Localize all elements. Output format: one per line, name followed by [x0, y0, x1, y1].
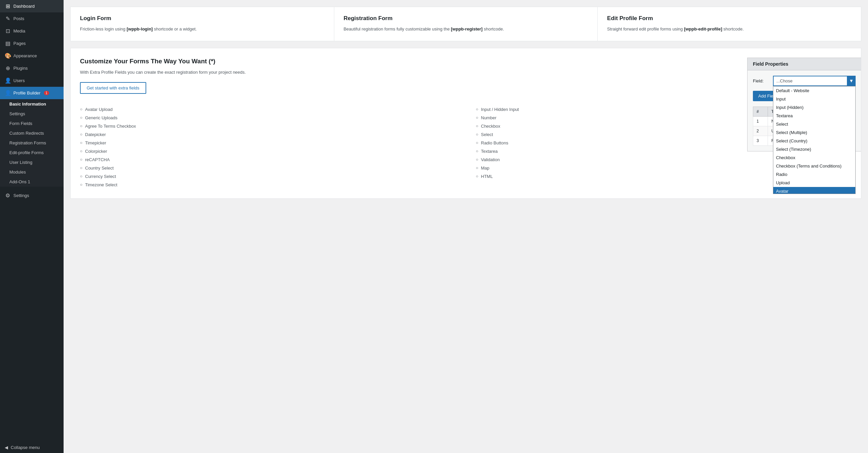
- sidebar-item-dashboard[interactable]: ⊞ Dashboard: [0, 0, 64, 12]
- edit-profile-form-title: Edit Profile Form: [607, 15, 851, 22]
- customize-section: Customize Your Forms The Way You Want (*…: [70, 48, 861, 199]
- collapse-menu[interactable]: ◀ Collapse menu: [0, 438, 64, 453]
- registration-form-desc: Beautiful registration forms fully custo…: [344, 26, 588, 33]
- sidebar-item-appearance[interactable]: 🎨 Appearance: [0, 50, 64, 62]
- submenu-item-basic-information[interactable]: Basic Information: [0, 99, 64, 109]
- list-item: reCAPTCHA: [80, 155, 456, 164]
- submenu-item-form-fields[interactable]: Form Fields: [0, 119, 64, 128]
- sidebar-item-label: Pages: [13, 41, 26, 46]
- users-icon: 👤: [5, 77, 11, 84]
- dropdown-item-upload[interactable]: Upload: [773, 178, 855, 187]
- sidebar-item-label: Users: [13, 78, 25, 83]
- field-select-display[interactable]: ...Chose ▼: [773, 76, 856, 86]
- dropdown-item-select-multiple[interactable]: Select (Multiple): [773, 128, 855, 137]
- customize-description: With Extra Profile Fields you can create…: [80, 69, 334, 76]
- dashboard-icon: ⊞: [5, 3, 11, 9]
- submenu-item-modules[interactable]: Modules: [0, 167, 64, 177]
- submenu-item-edit-profile-forms[interactable]: Edit-profile Forms: [0, 148, 64, 158]
- field-label: Field:: [753, 78, 770, 83]
- list-item: Timezone Select: [80, 180, 456, 189]
- sidebar-item-pages[interactable]: ▤ Pages: [0, 37, 64, 50]
- registration-form-card: Registration Form Beautiful registration…: [334, 7, 598, 41]
- dropdown-item-checkbox[interactable]: Checkbox: [773, 153, 855, 162]
- sidebar-item-label: Appearance: [13, 53, 37, 58]
- login-form-title: Login Form: [80, 15, 324, 22]
- submenu-item-registration-forms[interactable]: Registration Forms: [0, 138, 64, 148]
- edit-profile-form-desc: Straight forward edit profile forms usin…: [607, 26, 851, 33]
- profile-builder-badge: 1: [44, 91, 49, 95]
- forms-intro-section: Login Form Friction-less login using [wp…: [70, 7, 861, 41]
- feature-list-left: Avatar Upload Generic Uploads Agree To T…: [80, 105, 456, 189]
- list-item: Timepicker: [80, 139, 456, 147]
- main-content: Login Form Friction-less login using [wp…: [64, 0, 868, 453]
- sidebar-item-settings-global[interactable]: ⚙ Settings: [0, 189, 64, 202]
- field-properties-header: Field Properties: [747, 58, 861, 70]
- dropdown-item-avatar[interactable]: Avatar: [773, 187, 855, 194]
- sidebar-item-users[interactable]: 👤 Users: [0, 75, 64, 87]
- sidebar-item-plugins[interactable]: ⊕ Plugins: [0, 62, 64, 75]
- list-item: Currency Select: [80, 172, 456, 180]
- settings-icon: ⚙: [5, 192, 11, 199]
- profile-builder-submenu: Basic Information Settings Form Fields C…: [0, 99, 64, 187]
- dropdown-item-select-timezone[interactable]: Select (Timezone): [773, 145, 855, 153]
- submenu-item-add-ons[interactable]: Add-Ons 1: [0, 177, 64, 187]
- dropdown-item-checkbox-terms[interactable]: Checkbox (Terms and Conditions): [773, 162, 855, 170]
- dropdown-item-select[interactable]: Select: [773, 120, 855, 128]
- registration-form-title: Registration Form: [344, 15, 588, 22]
- edit-profile-form-card: Edit Profile Form Straight forward edit …: [598, 7, 861, 41]
- list-item: Datepicker: [80, 130, 456, 139]
- table-col-num: #: [753, 107, 768, 116]
- sidebar-item-label: Posts: [13, 16, 24, 21]
- collapse-label: Collapse menu: [11, 445, 40, 450]
- dropdown-item-select-country[interactable]: Select (Country): [773, 137, 855, 145]
- plugins-icon: ⊕: [5, 65, 11, 72]
- table-cell-num: 1: [753, 116, 768, 126]
- dropdown-item-radio[interactable]: Radio: [773, 170, 855, 178]
- submenu-item-user-listing[interactable]: User Listing: [0, 158, 64, 167]
- get-started-button[interactable]: Get started with extra fields: [80, 82, 146, 94]
- customize-heading: Customize Your Forms The Way You Want (*…: [80, 58, 851, 65]
- field-select-wrapper: ...Chose ▼ Default - Website Input Input…: [773, 76, 856, 86]
- media-icon: ⊡: [5, 28, 11, 34]
- list-item: Country Select: [80, 164, 456, 172]
- sidebar-item-label: Media: [13, 28, 25, 33]
- sidebar-item-label: Dashboard: [13, 4, 35, 9]
- sidebar-item-label: Plugins: [13, 66, 28, 71]
- field-dropdown-list: Default - Website Input Input (Hidden) T…: [773, 86, 856, 194]
- profile-builder-icon: 👤: [5, 90, 11, 96]
- chevron-down-icon: ▼: [847, 76, 856, 86]
- dropdown-item-default-website[interactable]: Default - Website: [773, 86, 855, 95]
- table-cell-num: 3: [753, 136, 768, 145]
- collapse-icon: ◀: [5, 445, 8, 450]
- list-item: Agree To Terms Checkbox: [80, 122, 456, 130]
- submenu-item-custom-redirects[interactable]: Custom Redirects: [0, 128, 64, 138]
- sidebar-item-label: Profile Builder: [13, 90, 40, 95]
- feature-col-left: Avatar Upload Generic Uploads Agree To T…: [80, 105, 456, 189]
- dropdown-item-textarea[interactable]: Textarea: [773, 112, 855, 120]
- dropdown-item-input-hidden[interactable]: Input (Hidden): [773, 103, 855, 112]
- list-item: Generic Uploads: [80, 114, 456, 122]
- field-row: Field: ...Chose ▼ Default - Website Inpu…: [753, 76, 856, 86]
- list-item: Colorpicker: [80, 147, 456, 155]
- login-form-desc: Friction-less login using [wppb-login] s…: [80, 26, 324, 33]
- login-form-card: Login Form Friction-less login using [wp…: [71, 7, 334, 41]
- table-cell-num: 2: [753, 126, 768, 136]
- field-properties-panel: Field Properties Field: ...Chose ▼ Defau…: [747, 58, 861, 151]
- sidebar-item-profile-builder[interactable]: 👤 Profile Builder 1: [0, 87, 64, 99]
- sidebar-item-media[interactable]: ⊡ Media: [0, 25, 64, 37]
- sidebar: ⊞ Dashboard ✎ Posts ⊡ Media ▤ Pages 🎨 Ap…: [0, 0, 64, 453]
- field-select-value: ...Chose: [776, 78, 793, 83]
- pages-icon: ▤: [5, 40, 11, 47]
- sidebar-item-label: Settings: [13, 193, 29, 198]
- add-ons-badge: 1: [28, 179, 30, 184]
- list-item: Avatar Upload: [80, 105, 456, 114]
- posts-icon: ✎: [5, 16, 11, 22]
- submenu-item-settings[interactable]: Settings: [0, 109, 64, 119]
- appearance-icon: 🎨: [5, 53, 11, 59]
- sidebar-item-posts[interactable]: ✎ Posts: [0, 12, 64, 25]
- field-properties-body: Field: ...Chose ▼ Default - Website Inpu…: [747, 70, 861, 151]
- dropdown-list-inner: Default - Website Input Input (Hidden) T…: [773, 86, 855, 194]
- dropdown-item-input[interactable]: Input: [773, 95, 855, 103]
- feature-columns: Avatar Upload Generic Uploads Agree To T…: [80, 105, 851, 189]
